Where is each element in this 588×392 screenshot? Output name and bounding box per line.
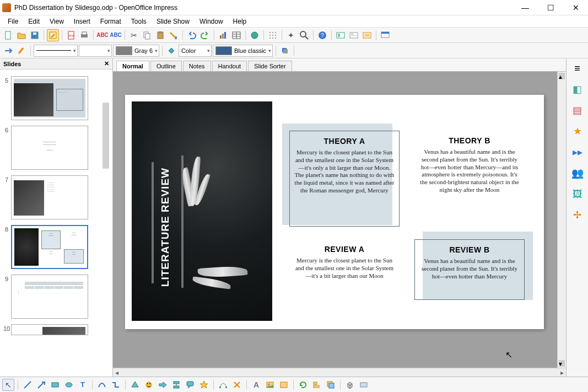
extrusion-tool[interactable] — [344, 379, 356, 391]
basic-shapes-tool[interactable] — [129, 379, 141, 391]
menu-slideshow[interactable]: Slide Show — [152, 17, 194, 26]
minimize-button[interactable]: — — [517, 2, 533, 13]
gallery-icon[interactable]: 👥 — [571, 167, 584, 180]
chart-button[interactable] — [217, 29, 229, 41]
text-tool[interactable]: T — [77, 379, 89, 391]
taskpane-toggle-icon[interactable]: ≡ — [571, 62, 584, 75]
box-review-a[interactable]: REVIEW A Mercury is the closest planet t… — [289, 239, 400, 300]
copy-button[interactable] — [141, 29, 153, 41]
slide-master-button[interactable] — [361, 29, 373, 41]
open-button[interactable] — [15, 29, 28, 41]
menu-view[interactable]: View — [45, 17, 68, 26]
menu-edit[interactable]: Edit — [24, 17, 44, 26]
fill-color-select[interactable]: Blue classic▾ — [213, 45, 273, 57]
format-paintbrush-button[interactable] — [168, 29, 180, 41]
navigator-sidebar-icon[interactable]: ✢ — [571, 208, 584, 222]
slide-layout-button[interactable] — [348, 29, 360, 41]
line-style-button[interactable] — [15, 45, 28, 57]
master-pages-icon[interactable]: ▤ — [571, 104, 584, 117]
interaction-tool[interactable] — [358, 379, 370, 391]
tab-normal[interactable]: Normal — [116, 61, 149, 71]
maximize-button[interactable]: ☐ — [543, 2, 558, 13]
fill-style-select[interactable]: Color▾ — [179, 45, 212, 57]
paste-button[interactable] — [154, 29, 166, 41]
vertical-scrollbar[interactable]: ▴▾ — [557, 72, 566, 368]
ellipse-tool[interactable] — [63, 379, 75, 391]
slide-thumb-6[interactable]: 6 ——————————————— — [2, 126, 110, 170]
slide-design-button[interactable] — [335, 29, 347, 41]
tab-outline[interactable]: Outline — [150, 61, 182, 71]
slide-thumb-10[interactable]: 10 — [2, 324, 110, 335]
arrange-tool[interactable] — [325, 379, 337, 391]
menu-format[interactable]: Format — [96, 17, 126, 26]
start-slideshow-button[interactable] — [379, 29, 391, 41]
slide-thumb-5[interactable]: 5 —— —— — [2, 76, 110, 120]
arrow-tool[interactable] — [35, 379, 47, 391]
zoom-button[interactable] — [298, 29, 310, 41]
menu-window[interactable]: Window — [195, 17, 228, 26]
panel-close-icon[interactable]: ✕ — [104, 60, 109, 67]
slide-image-panel[interactable]: LITERATURE REVIEW — [132, 101, 272, 321]
box-theory-a[interactable]: THEORY A Mercury is the closest planet t… — [289, 131, 400, 227]
line-style-select[interactable]: ▾ — [34, 45, 78, 57]
redo-button[interactable] — [199, 29, 211, 41]
arrow-style-button[interactable] — [2, 45, 14, 57]
curve-tool[interactable] — [96, 379, 108, 391]
shadow-button[interactable] — [279, 45, 291, 57]
rectangle-tool[interactable] — [49, 379, 61, 391]
insert-av-tool[interactable] — [278, 379, 290, 391]
slide-transition-icon[interactable]: ▸▸ — [571, 146, 584, 159]
styles-icon[interactable]: 🖼 — [571, 187, 584, 201]
select-tool[interactable]: ↖ — [2, 379, 14, 391]
slide-thumb-7[interactable]: 7 — ———— ———— ———— ———— ——— — [2, 175, 110, 219]
box-review-b[interactable]: REVIEW B Venus has a beautiful name and … — [414, 239, 525, 300]
line-tool[interactable] — [21, 379, 34, 391]
slide-panel-scrollbar[interactable] — [103, 103, 109, 169]
symbol-shapes-tool[interactable] — [143, 379, 155, 391]
menu-file[interactable]: File — [3, 17, 23, 26]
spellcheck-button[interactable]: ABC — [96, 29, 109, 41]
tab-handout[interactable]: Handout — [212, 61, 247, 71]
tab-notes[interactable]: Notes — [183, 61, 211, 71]
grid-button[interactable] — [267, 29, 279, 41]
callouts-tool[interactable] — [184, 379, 196, 391]
cut-button[interactable]: ✂ — [128, 29, 140, 41]
line-color-select[interactable]: Gray 6▾ — [113, 45, 159, 57]
canvas[interactable]: LITERATURE REVIEW THEORY A Mercury is th… — [113, 72, 566, 368]
autospell-button[interactable]: ABC — [110, 29, 122, 41]
undo-button[interactable] — [186, 29, 198, 41]
slide-thumb-8[interactable]: 8 —————————————————— — [2, 225, 110, 269]
help-button[interactable]: ? — [316, 29, 328, 41]
menu-insert[interactable]: Insert — [69, 17, 95, 26]
navigator-button[interactable]: ✦ — [285, 29, 297, 41]
flowchart-tool[interactable] — [170, 379, 182, 391]
hyperlink-button[interactable] — [249, 29, 261, 41]
tab-sorter[interactable]: Slide Sorter — [248, 61, 292, 71]
custom-animation-icon[interactable]: ★ — [571, 125, 584, 138]
box-theory-b[interactable]: THEORY B Venus has a beautiful name and … — [414, 131, 525, 227]
connector-tool[interactable] — [110, 379, 122, 391]
edit-file-button[interactable] — [47, 29, 59, 41]
print-button[interactable] — [78, 29, 90, 41]
stars-tool[interactable] — [198, 379, 210, 391]
align-tool[interactable] — [311, 379, 323, 391]
line-width-select[interactable]: ▾ — [79, 45, 112, 57]
fontwork-tool[interactable]: A — [250, 379, 262, 391]
gluepoints-tool[interactable] — [231, 379, 243, 391]
table-button[interactable] — [230, 29, 242, 41]
new-doc-button[interactable] — [2, 29, 14, 41]
slide-thumb-9[interactable]: 9 —— — [2, 275, 110, 319]
block-arrows-tool[interactable] — [157, 379, 169, 391]
horizontal-scrollbar[interactable]: ◂ ▸ — [113, 368, 566, 377]
from-file-tool[interactable] — [264, 379, 276, 391]
area-fill-button[interactable] — [165, 45, 177, 57]
points-tool[interactable] — [217, 379, 229, 391]
menu-help[interactable]: Help — [229, 17, 251, 26]
slide-list[interactable]: 5 —— —— 6 ——————————————— 7 — ———— ———— … — [0, 69, 112, 377]
properties-icon[interactable]: ◧ — [571, 83, 584, 96]
menu-tools[interactable]: Tools — [127, 17, 151, 26]
close-button[interactable]: ✕ — [568, 2, 584, 13]
rotate-tool[interactable] — [297, 379, 309, 391]
export-pdf-button[interactable]: PDF — [65, 29, 77, 41]
save-button[interactable] — [29, 29, 41, 41]
